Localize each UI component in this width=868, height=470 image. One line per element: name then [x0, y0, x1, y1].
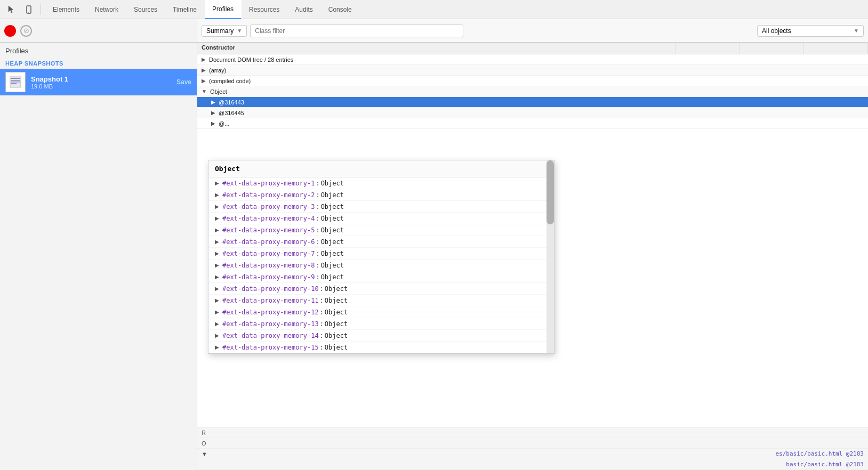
constructor-header: Constructor [197, 43, 676, 54]
popup-value: Object [321, 273, 344, 281]
tab-timeline[interactable]: Timeline [165, 0, 205, 19]
tab-elements[interactable]: Elements [45, 0, 87, 19]
expand-icon: ▶ [202, 56, 206, 62]
snapshot-size: 19.0 MB [31, 83, 171, 90]
popup-colon: : [316, 273, 319, 281]
popup-colon: : [320, 285, 324, 293]
distance-header [676, 43, 740, 54]
tab-sources[interactable]: Sources [126, 0, 165, 19]
popup-expand-icon: ▶ [215, 297, 219, 303]
popup-item[interactable]: ▶#ext-data-proxy-memory-6: Object [208, 236, 554, 248]
tab-profiles[interactable]: Profiles [205, 0, 242, 19]
stop-button[interactable]: ⊘ [20, 25, 32, 37]
popup-value: Object [325, 309, 348, 316]
expand-icon: ▼ [202, 88, 207, 94]
snapshot-name: Snapshot 1 [31, 75, 171, 83]
table-row[interactable]: ▶ @... [197, 118, 868, 129]
popup-item[interactable]: ▶#ext-data-proxy-memory-13: Object [208, 318, 554, 330]
popup-key: #ext-data-proxy-memory-14 [222, 332, 319, 339]
popup-item[interactable]: ▶#ext-data-proxy-memory-5: Object [208, 224, 554, 236]
expand-icon: ▶ [211, 99, 215, 105]
second-toolbar: Summary ▼ All objects ▼ [197, 19, 868, 43]
toolbar-separator [41, 4, 41, 15]
popup-item[interactable]: ▶#ext-data-proxy-memory-14: Object [208, 330, 554, 342]
bottom-left-arrow: ▼ [197, 450, 771, 458]
popup-expand-icon: ▶ [215, 333, 219, 338]
svg-point-1 [28, 12, 29, 13]
popup-value: Object [321, 238, 344, 246]
popup-item[interactable]: ▶#ext-data-proxy-memory-15: Object [208, 342, 554, 353]
popup-value: Object [321, 262, 344, 269]
table-row[interactable]: ▶ (compiled code) [197, 76, 868, 86]
bottom-left-r: R [197, 428, 868, 437]
popup-colon: : [316, 226, 319, 234]
svg-rect-6 [11, 83, 17, 84]
popup-value: Object [321, 180, 344, 187]
popup-value: Object [325, 297, 348, 304]
popup-item[interactable]: ▶#ext-data-proxy-memory-10: Object [208, 283, 554, 295]
shallow-header [740, 43, 804, 54]
class-filter-input[interactable] [250, 25, 463, 37]
popup-item[interactable]: ▶#ext-data-proxy-memory-4: Object [208, 213, 554, 224]
bottom-row: R [197, 427, 868, 438]
popup-item[interactable]: ▶#ext-data-proxy-memory-7: Object [208, 248, 554, 260]
popup-expand-icon: ▶ [215, 321, 219, 327]
stop-icon: ⊘ [23, 27, 29, 35]
cursor-tool-icon[interactable] [4, 2, 19, 17]
bottom-row: O [197, 438, 868, 449]
snapshot-save-button[interactable]: Save [176, 78, 191, 86]
main-layout: ⊘ Profiles HEAP SNAPSHOTS Snapshot 1 19.… [0, 19, 868, 470]
bottom-row: ▼ es/basic/basic.html @2103 [197, 449, 868, 459]
popup-item[interactable]: ▶#ext-data-proxy-memory-11: Object [208, 295, 554, 306]
popup-scrollbar[interactable] [546, 160, 554, 353]
popup-expand-icon: ▶ [215, 262, 219, 268]
popup-item[interactable]: ▶#ext-data-proxy-memory-3: Object [208, 201, 554, 213]
bottom-row: basic/basic.html @2103 [197, 459, 868, 470]
tab-resources[interactable]: Resources [242, 0, 287, 19]
popup-item[interactable]: ▶#ext-data-proxy-memory-1: Object [208, 177, 554, 189]
popup-colon: : [316, 203, 319, 210]
mobile-tool-icon[interactable] [21, 2, 36, 17]
retained-header [804, 43, 868, 54]
popup-value: Object [325, 344, 348, 351]
popup-colon: : [320, 344, 324, 351]
bottom-left-empty [197, 464, 782, 466]
table-row-selected[interactable]: ▶ @316443 [197, 97, 868, 108]
all-objects-dropdown[interactable]: All objects ▼ [757, 25, 864, 37]
popup-key: #ext-data-proxy-memory-6 [222, 238, 315, 246]
popup-colon: : [316, 250, 319, 257]
popup-scrollbar-thumb[interactable] [546, 160, 554, 224]
bottom-left-o: O [197, 439, 868, 448]
popup-value: Object [325, 320, 348, 328]
main-toolbar: Elements Network Sources Timeline Profil… [0, 0, 868, 19]
table-row[interactable]: ▼ Object [197, 86, 868, 97]
table-row[interactable]: ▶ @316445 [197, 108, 868, 118]
popup-key: #ext-data-proxy-memory-12 [222, 309, 319, 316]
popup-item[interactable]: ▶#ext-data-proxy-memory-9: Object [208, 271, 554, 283]
popup-value: Object [321, 203, 344, 210]
expand-icon: ▶ [211, 110, 215, 116]
popup-item[interactable]: ▶#ext-data-proxy-memory-8: Object [208, 260, 554, 271]
popup-key: #ext-data-proxy-memory-11 [222, 297, 319, 304]
popup-colon: : [316, 191, 319, 199]
table-row[interactable]: ▶ (array) [197, 65, 868, 76]
summary-dropdown[interactable]: Summary ▼ [202, 25, 247, 37]
popup-key: #ext-data-proxy-memory-3 [222, 203, 315, 210]
tab-network[interactable]: Network [87, 0, 126, 19]
tab-console[interactable]: Console [321, 0, 360, 19]
table-row[interactable]: ▶ Document DOM tree / 28 entries [197, 54, 868, 65]
popup-key: #ext-data-proxy-memory-7 [222, 250, 315, 257]
popup-key: #ext-data-proxy-memory-9 [222, 273, 315, 281]
popup-body[interactable]: ▶#ext-data-proxy-memory-1: Object▶#ext-d… [208, 177, 554, 353]
popup-key: #ext-data-proxy-memory-1 [222, 180, 315, 187]
sidebar-controls: ⊘ [0, 19, 197, 43]
table-header: Constructor [197, 43, 868, 54]
popup-value: Object [321, 215, 344, 222]
popup-item[interactable]: ▶#ext-data-proxy-memory-2: Object [208, 189, 554, 201]
tab-audits[interactable]: Audits [287, 0, 320, 19]
record-button[interactable] [4, 25, 16, 37]
snapshot-item[interactable]: Snapshot 1 19.0 MB Save [0, 69, 197, 95]
popup-expand-icon: ▶ [215, 192, 219, 198]
expand-icon: ▶ [211, 120, 215, 126]
popup-item[interactable]: ▶#ext-data-proxy-memory-12: Object [208, 306, 554, 318]
